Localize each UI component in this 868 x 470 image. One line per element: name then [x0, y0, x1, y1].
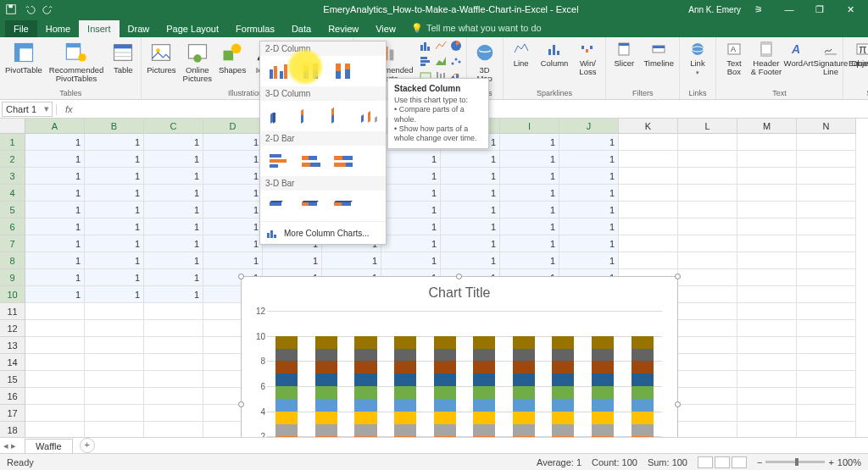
cell[interactable]: 1: [85, 252, 144, 269]
cell[interactable]: [737, 371, 797, 388]
cell[interactable]: 1: [25, 218, 85, 235]
cell[interactable]: [619, 185, 678, 202]
cell[interactable]: [619, 218, 678, 235]
col-header[interactable]: I: [500, 119, 559, 134]
row-header[interactable]: 5: [0, 202, 25, 218]
cell[interactable]: [797, 337, 856, 354]
cell[interactable]: [797, 151, 856, 168]
cell[interactable]: [678, 151, 737, 168]
cell[interactable]: [797, 185, 856, 202]
cell[interactable]: 1: [500, 252, 559, 269]
cell[interactable]: 1: [203, 185, 263, 202]
cell[interactable]: [619, 235, 678, 252]
cell[interactable]: [797, 269, 856, 286]
cell[interactable]: 1: [559, 185, 619, 202]
cell[interactable]: [737, 134, 797, 151]
col-header[interactable]: L: [678, 119, 737, 134]
cell[interactable]: 1: [25, 185, 85, 202]
cell[interactable]: 1: [559, 151, 619, 168]
cell[interactable]: 1: [322, 252, 381, 269]
cell[interactable]: [25, 422, 85, 439]
cell[interactable]: [678, 303, 737, 320]
row-header[interactable]: 16: [0, 388, 25, 405]
cell[interactable]: 1: [25, 168, 85, 185]
cell[interactable]: [144, 422, 203, 439]
row-header[interactable]: 2: [0, 151, 25, 168]
row-header[interactable]: 17: [0, 405, 25, 422]
cell[interactable]: 1: [559, 168, 619, 185]
link-button[interactable]: Link▾: [683, 39, 712, 78]
cell[interactable]: 1: [559, 134, 619, 151]
cell[interactable]: 1: [203, 252, 263, 269]
cell[interactable]: [85, 388, 144, 405]
pivottable-button[interactable]: PivotTable: [3, 39, 44, 76]
col-header[interactable]: D: [203, 119, 263, 134]
cell[interactable]: 1: [144, 168, 203, 185]
cell[interactable]: [678, 185, 737, 202]
add-sheet-button[interactable]: +: [80, 438, 95, 453]
view-buttons[interactable]: [698, 456, 747, 468]
chart-object[interactable]: Chart Title 024681012 12345678910 Series…: [241, 276, 678, 454]
cell[interactable]: [678, 202, 737, 218]
cell[interactable]: [678, 337, 737, 354]
cell[interactable]: 1: [500, 185, 559, 202]
cell[interactable]: 1: [144, 134, 203, 151]
online-pictures-button[interactable]: Online Pictures: [181, 39, 214, 85]
tab-page-layout[interactable]: Page Layout: [158, 20, 227, 37]
resize-handle[interactable]: [675, 401, 681, 407]
cell[interactable]: 1: [25, 235, 85, 252]
select-all-corner[interactable]: [0, 119, 25, 134]
cell[interactable]: [797, 354, 856, 371]
cell[interactable]: [25, 303, 85, 320]
cell[interactable]: 1: [381, 235, 441, 252]
cell[interactable]: 1: [441, 235, 500, 252]
cell[interactable]: 1: [500, 218, 559, 235]
cell[interactable]: [85, 354, 144, 371]
cell[interactable]: 1: [203, 151, 263, 168]
tab-draw[interactable]: Draw: [120, 20, 159, 37]
cell[interactable]: 1: [203, 235, 263, 252]
cell[interactable]: 1: [144, 252, 203, 269]
cell[interactable]: [678, 371, 737, 388]
row-header[interactable]: 13: [0, 337, 25, 354]
cell[interactable]: [678, 405, 737, 422]
ribbon-options-icon[interactable]: ⚞: [746, 0, 771, 19]
cell[interactable]: [797, 371, 856, 388]
cell[interactable]: [144, 320, 203, 337]
maximize-button[interactable]: ❐: [807, 0, 832, 19]
col-header[interactable]: M: [737, 119, 797, 134]
cell[interactable]: [678, 320, 737, 337]
more-charts-item[interactable]: More Column Charts...: [260, 221, 386, 244]
cell[interactable]: 1: [85, 235, 144, 252]
cell[interactable]: [144, 371, 203, 388]
cell[interactable]: 1: [25, 202, 85, 218]
slicer-button[interactable]: Slicer: [609, 39, 638, 69]
stacked-bar-item[interactable]: [298, 149, 325, 173]
cell[interactable]: [678, 252, 737, 269]
cell[interactable]: 1: [144, 151, 203, 168]
cell[interactable]: 1: [25, 286, 85, 303]
cell[interactable]: [797, 134, 856, 151]
cell[interactable]: [85, 337, 144, 354]
cell[interactable]: 1: [441, 168, 500, 185]
row-header[interactable]: 7: [0, 235, 25, 252]
cell[interactable]: [144, 303, 203, 320]
sheet-tab-waffle[interactable]: Waffle: [25, 439, 73, 455]
3d-clustered-col-item[interactable]: [265, 104, 291, 128]
cell[interactable]: 1: [144, 235, 203, 252]
cell[interactable]: [619, 151, 678, 168]
name-box[interactable]: Chart 1▾: [2, 102, 53, 117]
cell[interactable]: 1: [85, 218, 144, 235]
cell[interactable]: 1: [381, 168, 441, 185]
cell[interactable]: [797, 202, 856, 218]
cell[interactable]: [144, 354, 203, 371]
cell[interactable]: 1: [144, 202, 203, 218]
table-button[interactable]: Table: [108, 39, 137, 76]
cell[interactable]: 1: [381, 185, 441, 202]
cell[interactable]: 1: [85, 185, 144, 202]
sigline-button[interactable]: Signature Line: [816, 39, 845, 78]
3d-stacked-bar-item[interactable]: [298, 194, 325, 218]
cell[interactable]: [797, 422, 856, 439]
cell[interactable]: [797, 405, 856, 422]
pictures-button[interactable]: Pictures: [145, 39, 177, 76]
